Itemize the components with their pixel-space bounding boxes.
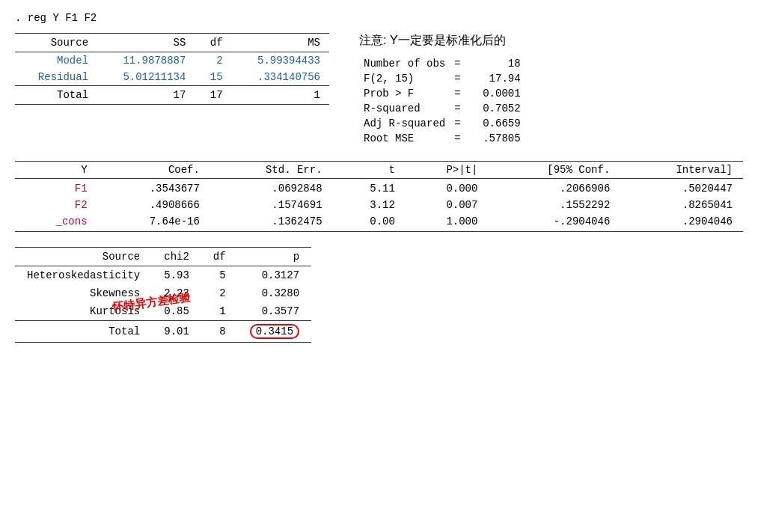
stats-label-prob: Prob > F <box>359 86 450 101</box>
regression-table: Y Coef. Std. Err. t P>|t| [95% Conf. Int… <box>15 161 743 232</box>
note-text: 注意: Y一定要是标准化后的 <box>359 33 525 49</box>
reg-row-f1: F1 .3543677 .0692848 5.11 0.000 .2066906… <box>15 179 743 198</box>
stats-val-rsq: 0.7052 <box>465 101 525 116</box>
anova-model-label: Model <box>15 52 97 70</box>
stats-val-rmse: .57805 <box>465 131 525 146</box>
stats-eq-prob: = <box>450 86 465 101</box>
stats-val-f: 17.94 <box>465 71 525 86</box>
stats-panel: 注意: Y一定要是标准化后的 Number of obs = 18 F(2, 1… <box>359 33 525 146</box>
het-p-het: 0.3127 <box>238 266 311 285</box>
reg-f1-se: .0692848 <box>210 179 333 198</box>
anova-total-df: 17 <box>195 86 231 105</box>
het-df-total: 8 <box>201 321 238 343</box>
het-chi2-skew: 2.23 <box>152 284 201 302</box>
het-chi2-het: 5.93 <box>152 266 201 285</box>
reg-row-cons: _cons 7.64e-16 .1362475 0.00 1.000 -.290… <box>15 213 743 232</box>
reg-f2-p: 0.007 <box>406 197 489 213</box>
anova-col-ms: MS <box>232 34 329 52</box>
stats-eq-adjrsq: = <box>450 116 465 131</box>
anova-residual-df: 15 <box>195 69 231 86</box>
het-label-skew: Skewness <box>15 284 152 302</box>
anova-residual-ss: 5.01211134 <box>97 69 195 86</box>
het-col-source: Source <box>15 248 152 266</box>
reg-cons-ci-lo: -.2904046 <box>488 213 620 232</box>
regression-section: Y Coef. Std. Err. t P>|t| [95% Conf. Int… <box>15 161 743 232</box>
anova-row-total: Total 17 17 1 <box>15 86 329 105</box>
anova-col-source: Source <box>15 34 97 52</box>
stats-row-rsq: R-squared = 0.7052 <box>359 101 525 116</box>
reg-col-t: t <box>333 162 406 179</box>
reg-cons-t: 0.00 <box>333 213 406 232</box>
stats-val-adjrsq: 0.6659 <box>465 116 525 131</box>
stats-eq-rmse: = <box>450 131 465 146</box>
reg-f2-ci-lo: .1552292 <box>488 197 620 213</box>
het-p-total: 0.3415 <box>238 321 311 343</box>
stats-row-prob: Prob > F = 0.0001 <box>359 86 525 101</box>
reg-cons-ci-hi: .2904046 <box>620 213 743 232</box>
het-df-skew: 2 <box>201 284 238 302</box>
stats-label-f: F(2, 15) <box>359 71 450 86</box>
stats-row-obs: Number of obs = 18 <box>359 56 525 71</box>
anova-col-df: df <box>195 34 231 52</box>
highlighted-total-p: 0.3415 <box>250 324 299 339</box>
stats-eq-rsq: = <box>450 101 465 116</box>
reg-cons-se: .1362475 <box>210 213 333 232</box>
anova-col-ss: SS <box>97 34 195 52</box>
het-df-kurt: 1 <box>201 302 238 321</box>
stats-table: Number of obs = 18 F(2, 15) = 17.94 Prob… <box>359 56 525 146</box>
stats-row-adjrsq: Adj R-squared = 0.6659 <box>359 116 525 131</box>
reg-f2-coef: .4908666 <box>98 197 210 213</box>
anova-model-ms: 5.99394433 <box>232 52 329 70</box>
stats-label-rsq: R-squared <box>359 101 450 116</box>
stats-eq-f: = <box>450 71 465 86</box>
stats-label-rmse: Root MSE <box>359 131 450 146</box>
stats-val-obs: 18 <box>465 56 525 71</box>
command-line: . reg Y F1 F2 <box>15 12 743 24</box>
het-row-total: Total 9.01 8 0.3415 <box>15 321 311 343</box>
stats-eq-obs: = <box>450 56 465 71</box>
het-col-p: p <box>238 248 311 266</box>
het-chi2-total: 9.01 <box>152 321 201 343</box>
reg-col-coef: Coef. <box>98 162 210 179</box>
het-col-chi2: chi2 <box>152 248 201 266</box>
reg-cons-p: 1.000 <box>406 213 489 232</box>
stats-row-rmse: Root MSE = .57805 <box>359 131 525 146</box>
reg-col-ci-hi: Interval] <box>620 162 743 179</box>
reg-f1-label: F1 <box>15 179 98 198</box>
het-p-kurt: 0.3577 <box>238 302 311 321</box>
reg-col-y: Y <box>15 162 98 179</box>
reg-col-p: P>|t| <box>406 162 489 179</box>
reg-f2-label: F2 <box>15 197 98 213</box>
het-p-skew: 0.3280 <box>238 284 311 302</box>
reg-col-ci-lo: [95% Conf. <box>488 162 620 179</box>
stats-row-f: F(2, 15) = 17.94 <box>359 71 525 86</box>
het-chi2-kurt: 0.85 <box>152 302 201 321</box>
reg-f1-coef: .3543677 <box>98 179 210 198</box>
het-col-df: df <box>201 248 238 266</box>
anova-total-label: Total <box>15 86 97 105</box>
reg-f1-p: 0.000 <box>406 179 489 198</box>
anova-total-ms: 1 <box>232 86 329 105</box>
anova-residual-ms: .334140756 <box>232 69 329 86</box>
anova-row-model: Model 11.9878887 2 5.99394433 <box>15 52 329 70</box>
reg-cons-coef: 7.64e-16 <box>98 213 210 232</box>
stats-label-obs: Number of obs <box>359 56 450 71</box>
het-df-het: 5 <box>201 266 238 285</box>
reg-cons-label: _cons <box>15 213 98 232</box>
het-section: Source chi2 df p Heteroskedasticity 5.93… <box>15 247 311 343</box>
anova-total-ss: 17 <box>97 86 195 105</box>
anova-row-residual: Residual 5.01211134 15 .334140756 <box>15 69 329 86</box>
reg-f2-se: .1574691 <box>210 197 333 213</box>
anova-table: Source SS df MS Model 11.9878887 2 5.993… <box>15 33 329 146</box>
het-table: Source chi2 df p Heteroskedasticity 5.93… <box>15 247 311 343</box>
het-row-skew: Skewness 2.23 2 0.3280 <box>15 284 311 302</box>
reg-f2-ci-hi: .8265041 <box>620 197 743 213</box>
het-row-het: Heteroskedasticity 5.93 5 0.3127 <box>15 266 311 285</box>
reg-row-f2: F2 .4908666 .1574691 3.12 0.007 .1552292… <box>15 197 743 213</box>
anova-model-df: 2 <box>195 52 231 70</box>
anova-residual-label: Residual <box>15 69 97 86</box>
reg-f2-t: 3.12 <box>333 197 406 213</box>
het-label-het: Heteroskedasticity <box>15 266 152 285</box>
reg-col-se: Std. Err. <box>210 162 333 179</box>
het-label-total: Total <box>15 321 152 343</box>
